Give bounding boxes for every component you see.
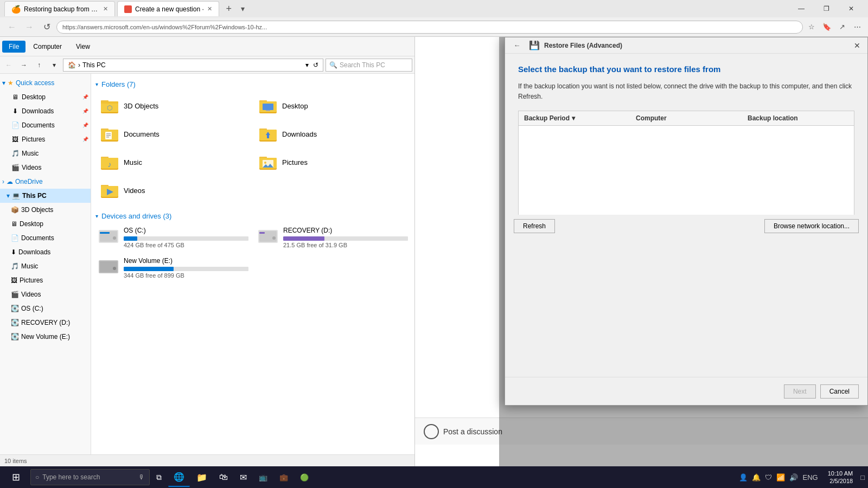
- sidebar-pc-documents[interactable]: 📄Documents: [4, 231, 91, 245]
- post-discussion-button[interactable]: Post a discussion: [424, 424, 502, 439]
- antivirus-icon[interactable]: 🛡: [764, 473, 773, 481]
- back-button[interactable]: ←: [4, 20, 20, 35]
- sidebar-pc-recovery[interactable]: 💽RECOVERY (D:): [4, 316, 91, 330]
- breadcrumb-dropdown[interactable]: ▾: [305, 61, 309, 69]
- tab-create-question[interactable]: Create a new question · ✕: [117, 1, 219, 16]
- new-tab-button[interactable]: +: [221, 1, 237, 16]
- taskbar-search[interactable]: ○ Type here to search 🎙: [30, 469, 150, 485]
- dl-icon2: ⬇: [11, 248, 16, 256]
- taskbar-apps2[interactable]: 💼: [274, 467, 293, 487]
- devices-section-header[interactable]: ▾ Devices and drives (3): [95, 212, 410, 220]
- taskbar-edge[interactable]: 🌐: [168, 467, 190, 487]
- menu-icon[interactable]: ⋯: [851, 21, 864, 34]
- bookmark-icon[interactable]: 🔖: [820, 21, 833, 34]
- svg-rect-8: [263, 104, 273, 110]
- taskbar-explorer[interactable]: 📁: [191, 467, 213, 487]
- col-backup-location[interactable]: Backup location: [742, 111, 854, 125]
- desktop-icon: 🖥: [11, 93, 20, 101]
- tab-dropdown-button[interactable]: ▾: [239, 4, 247, 13]
- folder-music[interactable]: ♪ Music: [95, 149, 252, 175]
- folder-videos[interactable]: Videos: [95, 177, 252, 203]
- cancel-button[interactable]: Cancel: [820, 384, 859, 399]
- sidebar-pc-desktop[interactable]: 🖥Desktop: [4, 217, 91, 231]
- sidebar-this-pc[interactable]: ▾ 💻 This PC: [0, 189, 91, 203]
- tab-close-1[interactable]: ✕: [103, 5, 108, 12]
- svg-rect-42: [259, 232, 265, 234]
- reload-button[interactable]: ↺: [39, 20, 54, 35]
- exp-back-button[interactable]: ←: [2, 59, 15, 72]
- sidebar-pc-videos[interactable]: 🎬Videos: [4, 287, 91, 301]
- sidebar-item-videos[interactable]: 🎬 Videos: [4, 160, 91, 175]
- sidebar-item-desktop[interactable]: 🖥 Desktop 📌: [4, 90, 91, 104]
- device-recovery[interactable]: RECOVERY (D:) 21.5 GB free of 31.9 GB: [255, 224, 410, 251]
- network-icon[interactable]: 📶: [775, 473, 786, 481]
- sidebar-pc-osc[interactable]: 💽OS (C:): [4, 301, 91, 316]
- notifications-icon[interactable]: 🔔: [751, 473, 762, 481]
- taskbar-mail[interactable]: ✉: [234, 467, 252, 487]
- tab-restoring[interactable]: 🍊 Restoring backup from one ✕: [4, 1, 115, 16]
- tab-close-2[interactable]: ✕: [207, 5, 212, 12]
- browse-button[interactable]: Browse network location...: [764, 219, 859, 233]
- sidebar-pc-music[interactable]: 🎵Music: [4, 259, 91, 273]
- start-button[interactable]: ⊞: [2, 467, 29, 487]
- ribbon-tab-view[interactable]: View: [69, 41, 97, 53]
- dialog-action-buttons: Next Cancel: [784, 384, 859, 399]
- dialog-back-button[interactable]: ←: [509, 38, 525, 53]
- sidebar-item-documents[interactable]: 📄 Documents 📌: [4, 118, 91, 132]
- sidebar-pc-pictures[interactable]: 🖼Pictures: [4, 273, 91, 287]
- exp-up-button[interactable]: ↑: [33, 59, 46, 72]
- star-icon[interactable]: ☆: [805, 21, 818, 34]
- taskbar-search-icon: ○: [35, 473, 39, 481]
- forward-button[interactable]: →: [22, 20, 37, 35]
- sidebar-pc-downloads2[interactable]: ⬇Downloads: [4, 245, 91, 259]
- refresh-button[interactable]: Refresh: [514, 219, 555, 233]
- folder-pictures[interactable]: Pictures: [254, 149, 410, 175]
- sidebar-pc-newvol[interactable]: 💽New Volume (E:): [4, 330, 91, 344]
- folder-documents[interactable]: Documents: [95, 121, 252, 147]
- exp-recent-button[interactable]: ▾: [48, 59, 61, 72]
- browser-close-button[interactable]: ✕: [839, 0, 864, 17]
- taskbar-store[interactable]: 🛍: [214, 467, 233, 487]
- taskbar-apps1[interactable]: 📺: [253, 467, 273, 487]
- sidebar-quick-access[interactable]: ▾ ★ Quick access: [0, 76, 91, 90]
- volume-icon[interactable]: 🔊: [788, 473, 799, 481]
- col-computer[interactable]: Computer: [630, 111, 742, 125]
- svg-text:♪: ♪: [108, 160, 112, 169]
- col-backup-period[interactable]: Backup Period ▾: [519, 111, 630, 125]
- dialog-title-bar: ← 💾 Restore Files (Advanced) ✕: [505, 37, 867, 54]
- sidebar-item-downloads[interactable]: ⬇ Downloads 📌: [4, 104, 91, 118]
- refresh-icon[interactable]: ↺: [313, 61, 318, 69]
- svg-rect-44: [100, 261, 117, 272]
- exp-forward-button[interactable]: →: [17, 59, 30, 72]
- ribbon-tab-file[interactable]: File: [2, 41, 25, 53]
- next-button[interactable]: Next: [784, 384, 816, 399]
- device-recovery-info: RECOVERY (D:) 21.5 GB free of 31.9 GB: [283, 227, 408, 248]
- folder-desktop[interactable]: Desktop: [254, 93, 410, 119]
- url-bar[interactable]: https://answers.microsoft.com/en-us/wind…: [56, 21, 803, 34]
- breadcrumb-bar[interactable]: 🏠 › This PC ▾ ↺: [63, 59, 323, 72]
- folders-section-header[interactable]: ▾ Folders (7): [95, 80, 410, 88]
- user-icon[interactable]: 👤: [738, 473, 749, 481]
- dialog-close-button[interactable]: ✕: [851, 40, 863, 52]
- sidebar-item-music[interactable]: 🎵 Music: [4, 146, 91, 160]
- taskbar-taskview[interactable]: ⧉: [151, 467, 167, 487]
- minimize-button[interactable]: —: [789, 0, 814, 17]
- ribbon-tab-computer[interactable]: Computer: [27, 41, 68, 53]
- search-box[interactable]: 🔍 Search This PC: [326, 59, 412, 72]
- sidebar-onedrive[interactable]: › ☁ OneDrive: [0, 175, 91, 189]
- taskbar-clock[interactable]: 10:10 AM 2/5/2018: [824, 470, 857, 485]
- keyboard-icon[interactable]: ENG: [801, 473, 819, 481]
- folder-music-label: Music: [124, 158, 142, 166]
- folder-downloads[interactable]: Downloads: [254, 121, 410, 147]
- action-center-icon[interactable]: □: [859, 473, 866, 481]
- folder-3dobjects[interactable]: ⬡ 3D Objects: [95, 93, 252, 119]
- folders-label: Folders (7): [101, 80, 136, 88]
- dialog-button-row: Refresh Browse network location...: [505, 215, 867, 237]
- sidebar-item-pictures[interactable]: 🖼 Pictures 📌: [4, 132, 91, 146]
- share-icon[interactable]: ↗: [835, 21, 848, 34]
- taskbar-apps3[interactable]: 🟢: [295, 467, 314, 487]
- sidebar-pc-3dobjects[interactable]: 📦3D Objects: [4, 203, 91, 217]
- maximize-button[interactable]: ❐: [814, 0, 839, 17]
- device-osc[interactable]: OS (C:) 424 GB free of 475 GB: [95, 224, 251, 251]
- device-newvol[interactable]: New Volume (E:) 344 GB free of 899 GB: [95, 255, 251, 281]
